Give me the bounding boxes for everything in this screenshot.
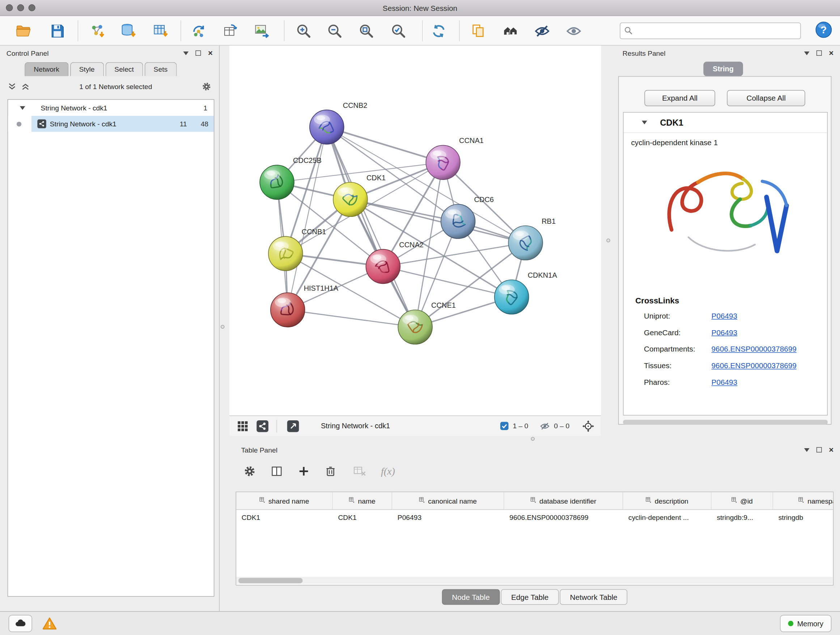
panel-close-icon[interactable]: × (829, 50, 834, 56)
copy-document-button[interactable] (466, 19, 491, 43)
left-splitter[interactable] (219, 46, 229, 611)
save-session-button[interactable] (45, 19, 69, 43)
new-network-button[interactable] (187, 19, 212, 43)
warning-icon[interactable] (42, 616, 57, 632)
zoom-selected-button[interactable] (386, 19, 411, 43)
network-edge[interactable] (327, 127, 443, 163)
new-table-button[interactable] (218, 19, 243, 43)
network-node-CCNA1[interactable]: CCNA1 (426, 136, 484, 180)
column-header-id[interactable]: @id (712, 492, 773, 509)
window-close-button[interactable] (6, 4, 13, 11)
tab-string[interactable]: String (703, 62, 743, 76)
panel-menu-icon[interactable] (804, 448, 810, 451)
cell-id[interactable]: stringdb:9... (712, 510, 773, 526)
open-session-button[interactable] (12, 19, 36, 43)
delete-trash-icon[interactable] (324, 465, 337, 478)
zoom-in-button[interactable] (292, 19, 316, 43)
cell-canonical-name[interactable]: P06493 (392, 510, 504, 526)
expand-all-icon[interactable] (21, 82, 30, 91)
export-image-button[interactable] (249, 19, 274, 43)
disclosure-triangle-icon[interactable] (642, 120, 647, 124)
crosslink-link-compartments[interactable]: 9606.ENSP00000378699 (712, 344, 797, 353)
network-canvas[interactable]: CCNB2CCNA1CDC25BCDK1CDC6RB1CCNB1CCNA2CDK… (229, 46, 601, 416)
column-header-namespace[interactable]: namespace (773, 492, 834, 509)
tab-node-table[interactable]: Node Table (442, 589, 500, 605)
network-node-CDK1[interactable]: CDK1 (333, 174, 386, 217)
network-node-RB1[interactable]: RB1 (508, 217, 556, 260)
disclosure-triangle-icon[interactable] (20, 106, 25, 109)
collapse-all-button[interactable]: Collapse All (727, 90, 805, 106)
help-button[interactable]: ? (815, 21, 832, 39)
expand-all-button[interactable]: Expand All (644, 90, 715, 106)
cell-namespace[interactable]: stringdb (773, 510, 834, 526)
cell-database-identifier[interactable]: 9606.ENSP00000378699 (504, 510, 623, 526)
window-minimize-button[interactable] (17, 4, 24, 11)
control-tab-network[interactable]: Network (25, 62, 68, 76)
panel-float-icon[interactable] (816, 50, 822, 56)
search-input[interactable] (620, 22, 801, 39)
table-settings-gear-icon[interactable] (243, 465, 256, 478)
panel-menu-icon[interactable] (804, 51, 810, 55)
cloud-status-button[interactable] (9, 615, 32, 632)
grid-view-icon[interactable] (237, 420, 249, 432)
panel-close-icon[interactable]: × (829, 447, 834, 453)
scrollbar-thumb[interactable] (238, 578, 303, 583)
network-edge[interactable] (350, 200, 525, 243)
crosslink-link-genecard[interactable]: P06493 (712, 328, 737, 337)
panel-float-icon[interactable] (816, 447, 822, 453)
zoom-out-button[interactable] (322, 19, 347, 43)
panel-float-icon[interactable] (196, 50, 201, 56)
table-hscrollbar[interactable] (236, 577, 833, 584)
network-collection-row[interactable]: String Network - cdk1 1 (8, 100, 214, 116)
network-node-CDKN1A[interactable]: CDKN1A (494, 271, 557, 314)
open-in-new-window-icon[interactable] (286, 420, 300, 432)
control-tab-sets[interactable]: Sets (144, 62, 177, 76)
window-zoom-button[interactable] (28, 4, 35, 11)
right-splitter[interactable] (601, 46, 616, 442)
import-network-from-file-button[interactable] (85, 19, 110, 43)
column-header-database-identifier[interactable]: database identifier (504, 492, 623, 509)
column-header-name[interactable]: name (333, 492, 392, 509)
panel-close-icon[interactable]: × (208, 50, 213, 56)
panel-menu-icon[interactable] (183, 51, 189, 55)
splitter-handle[interactable] (531, 437, 535, 440)
string-share-icon[interactable] (256, 420, 269, 432)
network-node-CDC6[interactable]: CDC6 (441, 195, 494, 239)
add-column-plus-icon[interactable] (297, 465, 310, 478)
splitter-handle[interactable] (221, 325, 224, 328)
refresh-view-button[interactable] (426, 19, 451, 43)
column-header-description[interactable]: description (623, 492, 711, 509)
network-node-CCNB2[interactable]: CCNB2 (309, 101, 368, 144)
protein-card-header[interactable]: CDK1 (624, 112, 827, 133)
tab-network-table[interactable]: Network Table (560, 589, 627, 605)
splitter-handle[interactable] (606, 239, 610, 242)
network-graph[interactable]: CCNB2CCNA1CDC25BCDK1CDC6RB1CCNB1CCNA2CDK… (229, 46, 601, 416)
gear-icon[interactable] (202, 81, 212, 91)
network-edge[interactable] (327, 127, 415, 327)
zoom-fit-button[interactable] (354, 19, 379, 43)
crosslink-link-tissues[interactable]: 9606.ENSP00000378699 (712, 361, 797, 370)
crosslink-link-uniprot[interactable]: P06493 (712, 311, 737, 320)
cell-shared-name[interactable]: CDK1 (236, 510, 333, 526)
tab-edge-table[interactable]: Edge Table (501, 589, 559, 605)
network-edge[interactable] (287, 127, 327, 310)
memory-button[interactable]: Memory (780, 615, 831, 632)
control-tab-style[interactable]: Style (70, 62, 104, 76)
show-columns-icon[interactable] (270, 464, 283, 478)
cell-name[interactable]: CDK1 (333, 510, 392, 526)
move-crosshair-icon[interactable] (582, 420, 595, 432)
selected-checkbox-icon[interactable] (500, 421, 509, 431)
show-all-button[interactable] (561, 19, 586, 43)
control-tab-select[interactable]: Select (105, 62, 143, 76)
hidden-eye-slash-icon[interactable] (539, 421, 550, 432)
collapse-all-icon[interactable] (8, 82, 17, 91)
network-row-selected[interactable]: String Network - cdk1 11 48 (8, 116, 214, 132)
hide-selected-button[interactable] (530, 19, 554, 43)
network-edge[interactable] (287, 310, 415, 327)
import-table-from-file-button[interactable] (148, 19, 173, 43)
results-scrollbar[interactable] (623, 420, 828, 424)
network-node-CCNB1[interactable]: CCNB1 (268, 228, 326, 271)
column-header-canonical-name[interactable]: canonical name (392, 492, 504, 509)
network-node-HIST1H1A[interactable]: HIST1H1A (271, 284, 339, 327)
home-neighbors-button[interactable] (498, 19, 523, 43)
